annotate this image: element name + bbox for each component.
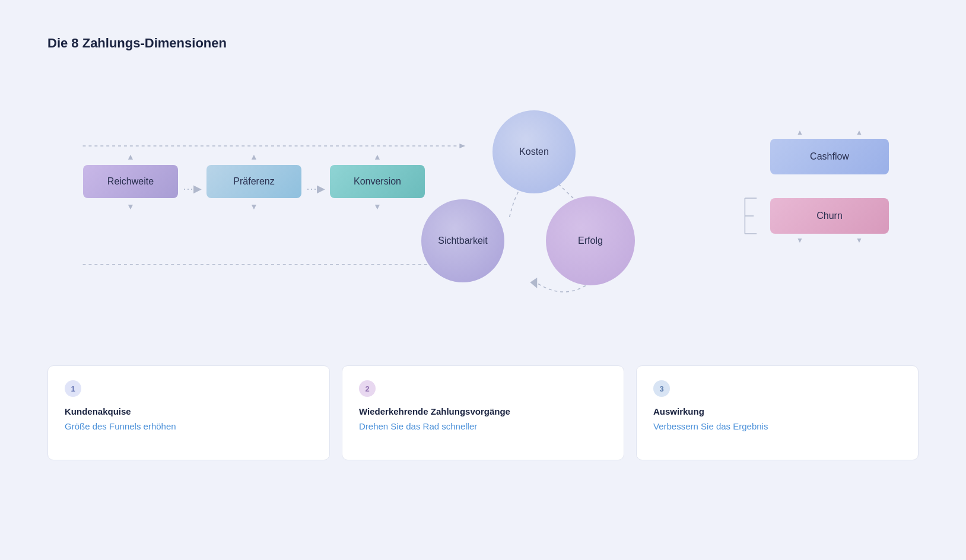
bottom-cards: 1 Kundenakquise Größe des Funnels erhöhe…	[47, 365, 919, 460]
chevron-up-praferenz: ▲	[250, 152, 258, 161]
right-box-cashflow[interactable]: Cashflow	[770, 139, 889, 174]
card-number-1: 1	[65, 380, 81, 397]
funnel-row: ▲ Reichweite ▼ ⋯▶ ▲ Präferenz ▼ ⋯▶ ▲ Kon…	[83, 152, 425, 211]
funnel-box-praferenz[interactable]: Präferenz	[206, 165, 301, 198]
circle-kosten[interactable]: Kosten	[492, 110, 576, 193]
card-1: 1 Kundenakquise Größe des Funnels erhöhe…	[47, 365, 330, 460]
card-heading-3: Auswirkung	[653, 406, 901, 416]
circle-erfolg[interactable]: Erfolg	[546, 196, 635, 285]
funnel-box-konversion[interactable]: Konversion	[330, 165, 425, 198]
card-link-3[interactable]: Verbessern Sie das Ergebnis	[653, 421, 901, 431]
chevron-down-konversion: ▼	[373, 202, 382, 211]
chevron-up-konversion: ▲	[373, 152, 382, 161]
page-title: Die 8 Zahlungs-Dimensionen	[47, 36, 919, 51]
funnel-box-wrapper-reichweite: ▲ Reichweite ▼	[83, 152, 178, 211]
chevron-down-churn: ▼	[856, 236, 863, 244]
card-number-2: 2	[359, 380, 376, 397]
chevron-up-reichweite: ▲	[126, 152, 135, 161]
circles-group: Kosten Sichtbarkeit Erfolg	[421, 104, 647, 306]
right-box-churn[interactable]: Churn	[770, 198, 889, 234]
chevron-down-praferenz: ▼	[250, 202, 258, 211]
card-2: 2 Wiederkehrende Zahlungsvorgänge Drehen…	[342, 365, 624, 460]
right-boxes: ▲ ▲ Cashflow Churn ▼ ▼	[770, 128, 889, 244]
right-box-wrapper-cashflow: Cashflow	[770, 139, 889, 186]
right-top-chevrons: ▲ ▲	[770, 128, 889, 136]
card-link-2[interactable]: Drehen Sie das Rad schneller	[359, 421, 607, 431]
chevron-down-cashflow: ▼	[796, 236, 803, 244]
card-3: 3 Auswirkung Verbessern Sie das Ergebnis	[636, 365, 919, 460]
funnel-box-reichweite[interactable]: Reichweite	[83, 165, 178, 198]
funnel-box-wrapper-konversion: ▲ Konversion ▼	[330, 152, 425, 211]
funnel-box-wrapper-praferenz: ▲ Präferenz ▼	[206, 152, 301, 211]
chevron-up-cashflow: ▲	[796, 128, 803, 136]
right-bottom-chevrons: ▼ ▼	[770, 236, 889, 244]
right-box-wrapper-churn: Churn	[770, 198, 889, 234]
card-number-3: 3	[653, 380, 670, 397]
chevron-up-churn: ▲	[856, 128, 863, 136]
chevron-down-reichweite: ▼	[126, 202, 135, 211]
diagram-area: ▲ Reichweite ▼ ⋯▶ ▲ Präferenz ▼ ⋯▶ ▲ Kon…	[47, 81, 919, 330]
arrow-connector-1: ⋯▶	[183, 182, 202, 196]
circle-sichtbarkeit[interactable]: Sichtbarkeit	[421, 199, 504, 282]
card-heading-2: Wiederkehrende Zahlungsvorgänge	[359, 406, 607, 416]
page-container: Die 8 Zahlungs-Dimensionen	[0, 0, 966, 484]
card-link-1[interactable]: Größe des Funnels erhöhen	[65, 421, 313, 431]
arrow-connector-2: ⋯▶	[306, 182, 325, 196]
card-heading-1: Kundenakquise	[65, 406, 313, 416]
